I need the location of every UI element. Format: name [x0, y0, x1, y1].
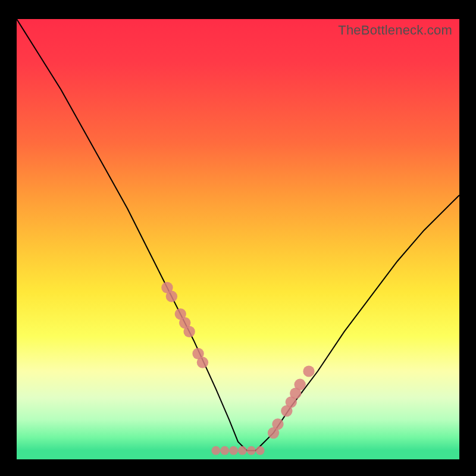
marker-dot — [183, 326, 195, 337]
marker-dot — [166, 291, 177, 302]
marker-dot — [197, 357, 208, 368]
marker-dot — [247, 446, 256, 455]
marker-dot — [238, 446, 247, 455]
plot-area: TheBottleneck.com — [17, 19, 459, 459]
marker-dot — [294, 379, 305, 390]
markers-flat — [211, 446, 264, 455]
marker-dot — [303, 365, 314, 377]
chart-svg — [17, 19, 459, 459]
marker-dot — [211, 446, 220, 455]
marker-dot — [256, 446, 265, 455]
marker-dot — [229, 446, 238, 455]
marker-dot — [220, 446, 229, 455]
markers-right — [268, 365, 315, 439]
marker-dot — [272, 418, 283, 430]
bottleneck-curve — [17, 19, 459, 450]
markers-left — [161, 282, 208, 368]
chart-container: TheBottleneck.com — [0, 0, 476, 476]
